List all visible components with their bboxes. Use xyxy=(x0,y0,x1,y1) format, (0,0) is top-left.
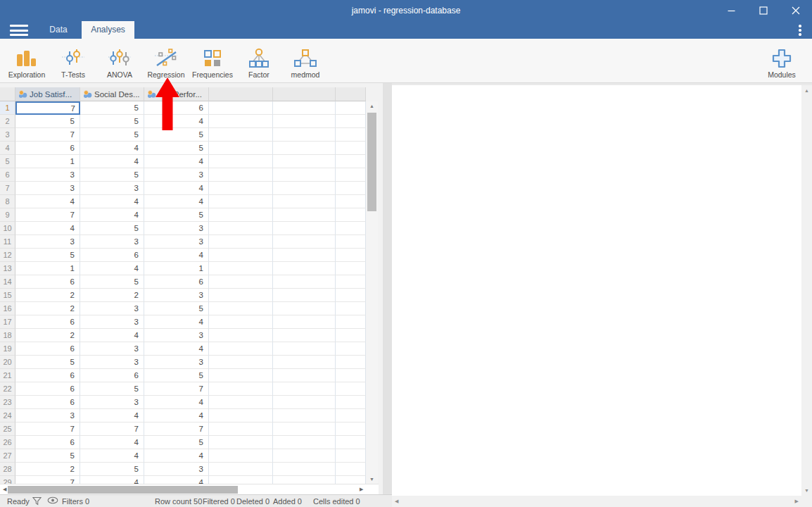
data-cell[interactable]: 3 xyxy=(80,315,144,329)
row-number[interactable]: 16 xyxy=(0,302,15,315)
modules-button[interactable]: Modules xyxy=(759,40,805,81)
column-header[interactable]: Job Perfor... xyxy=(144,87,209,101)
data-cell[interactable] xyxy=(336,195,366,208)
data-cell[interactable]: 4 xyxy=(144,342,209,356)
row-number[interactable]: 28 xyxy=(0,463,15,476)
data-cell[interactable]: 4 xyxy=(144,476,209,484)
data-cell[interactable]: 6 xyxy=(15,275,80,289)
scroll-down-icon[interactable]: ▼ xyxy=(366,477,378,482)
data-cell[interactable] xyxy=(273,356,336,369)
t-tests-button[interactable]: T-Tests xyxy=(50,40,96,81)
data-cell[interactable]: 5 xyxy=(144,302,209,315)
scroll-up-icon[interactable]: ▲ xyxy=(366,104,378,108)
data-cell[interactable]: 5 xyxy=(80,275,144,289)
data-cell[interactable]: 3 xyxy=(80,342,144,356)
data-cell[interactable]: 3 xyxy=(144,289,209,302)
row-number[interactable]: 19 xyxy=(0,342,15,356)
data-cell[interactable]: 3 xyxy=(15,235,80,249)
data-cell[interactable] xyxy=(336,115,366,128)
data-cell[interactable]: 3 xyxy=(80,235,144,249)
data-cell[interactable] xyxy=(209,222,273,235)
data-cell[interactable]: 3 xyxy=(144,235,209,249)
data-cell[interactable] xyxy=(273,342,336,356)
data-cell[interactable]: 5 xyxy=(80,222,144,235)
scroll-left-icon[interactable]: ◀ xyxy=(3,487,6,492)
row-number[interactable]: 15 xyxy=(0,289,15,302)
data-cell[interactable]: 1 xyxy=(15,262,80,275)
data-cell[interactable] xyxy=(209,356,273,369)
data-cell[interactable] xyxy=(209,409,273,423)
data-cell[interactable] xyxy=(209,463,273,476)
data-cell[interactable] xyxy=(209,369,273,382)
data-cell[interactable] xyxy=(209,235,273,249)
data-cell[interactable] xyxy=(336,369,366,382)
data-cell[interactable]: 4 xyxy=(80,449,144,463)
data-cell[interactable] xyxy=(209,155,273,168)
row-number[interactable]: 1 xyxy=(0,101,15,115)
data-cell[interactable]: 7 xyxy=(144,382,209,396)
data-cell[interactable]: 5 xyxy=(80,168,144,182)
data-cell[interactable] xyxy=(336,329,366,342)
data-cell[interactable] xyxy=(336,476,366,484)
data-cell[interactable]: 6 xyxy=(15,396,80,409)
scroll-left-icon[interactable]: ◀ xyxy=(395,499,398,504)
data-cell[interactable]: 3 xyxy=(144,222,209,235)
exploration-button[interactable]: Exploration xyxy=(4,40,50,81)
row-number[interactable]: 11 xyxy=(0,235,15,249)
data-cell[interactable] xyxy=(273,396,336,409)
data-cell[interactable] xyxy=(273,382,336,396)
row-number[interactable]: 21 xyxy=(0,369,15,382)
row-number[interactable]: 5 xyxy=(0,155,15,168)
regression-button[interactable]: Regression xyxy=(143,40,189,81)
row-number[interactable]: 24 xyxy=(0,409,15,423)
data-cell[interactable]: 7 xyxy=(80,423,144,436)
data-cell[interactable]: 2 xyxy=(15,302,80,315)
data-cell[interactable]: 4 xyxy=(144,449,209,463)
data-cell[interactable] xyxy=(209,396,273,409)
data-cell[interactable]: 5 xyxy=(15,449,80,463)
data-cell[interactable] xyxy=(209,423,273,436)
data-cell[interactable] xyxy=(273,463,336,476)
data-cell[interactable] xyxy=(273,329,336,342)
data-cell[interactable] xyxy=(273,182,336,195)
row-number[interactable]: 4 xyxy=(0,142,15,155)
data-cell[interactable] xyxy=(336,208,366,222)
row-number[interactable]: 2 xyxy=(0,115,15,128)
data-cell[interactable]: 4 xyxy=(80,195,144,208)
data-cell[interactable]: 4 xyxy=(15,222,80,235)
more-options-icon[interactable] xyxy=(794,24,806,37)
data-cell[interactable]: 5 xyxy=(80,101,144,115)
data-cell[interactable]: 6 xyxy=(15,342,80,356)
data-cell[interactable] xyxy=(273,262,336,275)
data-cell[interactable]: 5 xyxy=(144,436,209,449)
row-number[interactable]: 6 xyxy=(0,168,15,182)
scroll-up-icon[interactable]: ▲ xyxy=(801,88,812,93)
data-cell[interactable] xyxy=(273,142,336,155)
data-cell[interactable] xyxy=(336,409,366,423)
data-cell[interactable]: 2 xyxy=(15,289,80,302)
results-vertical-scrollbar[interactable]: ▲ ▼ xyxy=(801,85,812,496)
data-cell[interactable]: 4 xyxy=(15,195,80,208)
data-cell[interactable] xyxy=(273,168,336,182)
data-cell[interactable]: 2 xyxy=(80,289,144,302)
data-cell[interactable] xyxy=(273,409,336,423)
data-cell[interactable] xyxy=(209,182,273,195)
data-cell[interactable] xyxy=(273,302,336,315)
data-cell[interactable]: 6 xyxy=(80,369,144,382)
row-number[interactable]: 20 xyxy=(0,356,15,369)
data-cell[interactable] xyxy=(336,423,366,436)
data-cell[interactable]: 7 xyxy=(15,476,80,484)
data-cell[interactable] xyxy=(336,182,366,195)
data-cell[interactable]: 3 xyxy=(80,302,144,315)
data-cell[interactable]: 5 xyxy=(80,382,144,396)
data-cell[interactable]: 2 xyxy=(15,329,80,342)
data-cell[interactable]: 5 xyxy=(144,128,209,142)
row-number[interactable]: 26 xyxy=(0,436,15,449)
data-cell[interactable] xyxy=(273,449,336,463)
data-cell[interactable] xyxy=(336,315,366,329)
data-cell[interactable]: 4 xyxy=(144,409,209,423)
data-cell[interactable]: 4 xyxy=(144,195,209,208)
data-cell[interactable] xyxy=(336,396,366,409)
data-cell[interactable] xyxy=(209,208,273,222)
row-number[interactable]: 3 xyxy=(0,128,15,142)
